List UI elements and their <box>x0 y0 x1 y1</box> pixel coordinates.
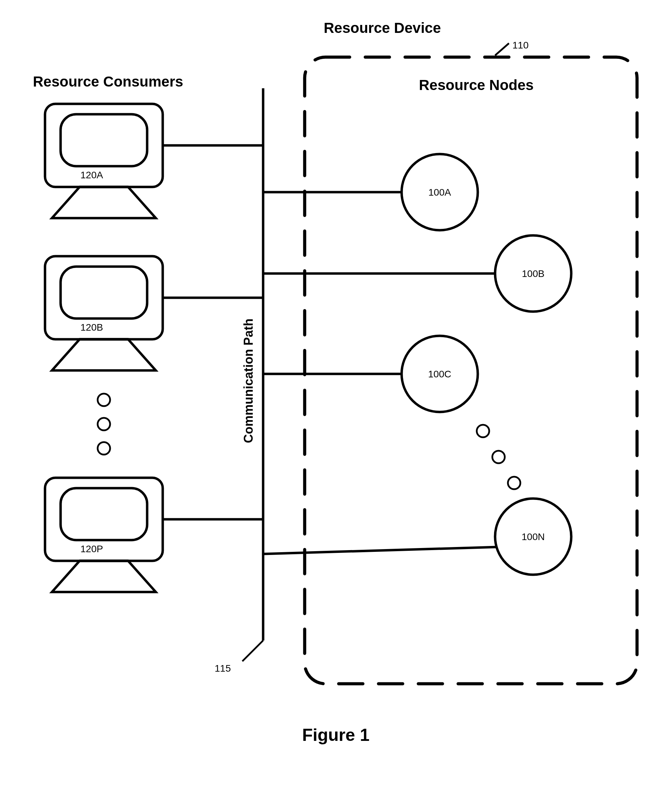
svg-rect-1 <box>61 114 147 166</box>
device-ref-number: 110 <box>512 40 529 51</box>
path-ref-number: 115 <box>215 663 231 674</box>
svg-point-21 <box>477 425 489 437</box>
node-100N: 100N <box>263 498 571 575</box>
consumer-ellipsis <box>97 394 110 455</box>
svg-point-23 <box>508 477 520 489</box>
node-id-100B: 100B <box>522 268 544 279</box>
node-100A: 100A <box>263 154 478 230</box>
consumer-id-120P: 120P <box>80 543 103 554</box>
consumer-id-120A: 120A <box>80 169 103 180</box>
resource-consumers-label: Resource Consumers <box>33 73 183 89</box>
node-ellipsis <box>477 425 520 489</box>
svg-rect-0 <box>45 104 163 187</box>
svg-rect-11 <box>45 478 163 561</box>
svg-point-9 <box>97 418 110 430</box>
node-100C: 100C <box>263 336 478 412</box>
resource-device-label: Resource Device <box>324 20 441 36</box>
consumer-120P: 120P <box>45 478 263 592</box>
node-100B: 100B <box>263 235 571 311</box>
device-ref-leader <box>495 43 509 55</box>
consumer-120B: 120B <box>45 256 263 371</box>
svg-rect-4 <box>45 256 163 339</box>
resource-device-box <box>305 57 637 684</box>
svg-point-22 <box>492 451 505 463</box>
node-id-100C: 100C <box>428 369 452 379</box>
figure-caption: Figure 1 <box>302 725 369 745</box>
consumer-120A: 120A <box>45 104 263 218</box>
node-id-100N: 100N <box>522 532 545 542</box>
resource-nodes-label: Resource Nodes <box>419 77 533 93</box>
svg-point-8 <box>97 394 110 406</box>
node-id-100A: 100A <box>428 187 451 198</box>
communication-path-label: Communication Path <box>241 318 255 443</box>
consumer-id-120B: 120B <box>80 322 103 333</box>
svg-line-25 <box>263 547 497 554</box>
svg-point-10 <box>97 442 110 455</box>
svg-rect-12 <box>61 488 147 540</box>
path-ref-leader <box>243 640 263 661</box>
svg-rect-5 <box>61 267 147 318</box>
